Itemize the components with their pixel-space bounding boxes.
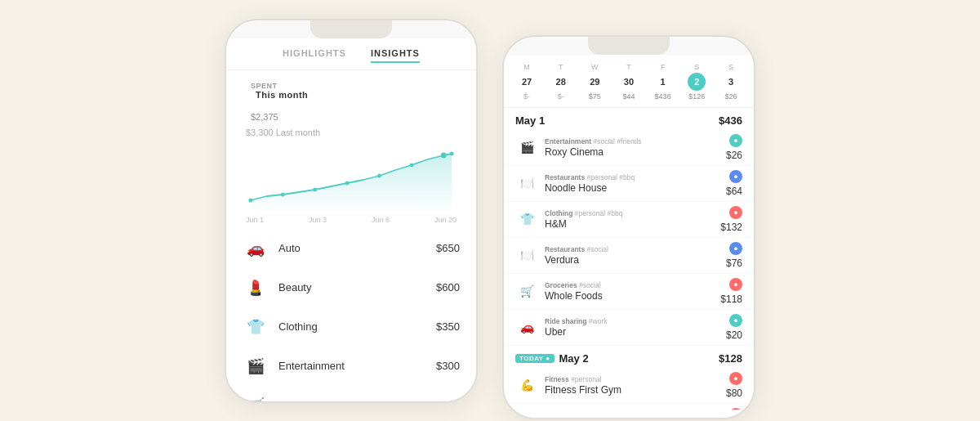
transaction-item[interactable]: 🍽️ Restaurants #personal #bbq Noodle Hou… (504, 166, 754, 202)
tab-insights[interactable]: INSIGHTS (371, 48, 420, 63)
category-name: Clothing (278, 320, 426, 333)
category-icon: 💄 (243, 275, 269, 301)
day-name: T (559, 63, 564, 71)
phone-1: HIGHLIGHTS INSIGHTS SPENTThis month $2,3… (225, 19, 478, 403)
tx-category: Restaurants (545, 173, 585, 181)
day-number: 27 (518, 73, 536, 91)
category-item[interactable]: 💄 Beauty $600 (226, 268, 476, 307)
transaction-icon: 🍽️ (515, 172, 538, 195)
calendar-day[interactable]: S 3 $26 (716, 63, 746, 101)
transaction-tags: Groceries #social (545, 281, 714, 289)
category-list: 🚗 Auto $650 💄 Beauty $600 👕 Clothing $35… (226, 222, 476, 401)
date-title: May 1 (515, 114, 545, 127)
notch-1 (310, 20, 392, 38)
day-number: 29 (586, 73, 604, 91)
day-amount: $436 (655, 92, 671, 101)
calendar-day[interactable]: M 27 $- (512, 63, 541, 101)
transaction-item[interactable]: 🎬 Entertainment #family Netflix ● $16 (504, 404, 754, 410)
category-item[interactable]: 👕 Clothing $350 (226, 307, 476, 347)
transaction-item[interactable]: 🛒 Groceries #social Whole Foods ● $118 (504, 274, 754, 310)
transaction-info: Fitness #personal Fitness First Gym (545, 375, 719, 396)
transaction-badge: ● (729, 314, 742, 327)
transaction-tags: Restaurants #social (545, 245, 719, 253)
tab-highlights[interactable]: HIGHLIGHTS (283, 48, 346, 63)
day-number: 3 (722, 73, 740, 91)
tx-hashtags: #social (579, 281, 600, 289)
chart-label-1: Jun 1 (246, 216, 264, 224)
transaction-amount-wrap: ● $16 (726, 408, 742, 410)
tx-category: Restaurants (545, 245, 585, 253)
transaction-icon: 🚗 (515, 316, 538, 338)
transaction-amount-wrap: ● $132 (720, 206, 742, 233)
category-amount: $250 (436, 399, 460, 401)
transaction-item[interactable]: 🍽️ Restaurants #social Verdura ● $76 (504, 238, 754, 274)
chart-labels: Jun 1 Jun 3 Jun 6 Jun 20 (243, 216, 460, 224)
day-name: T (626, 63, 631, 71)
transaction-scroll[interactable]: May 1 $436 🎬 Entertainment #social #frie… (504, 108, 754, 410)
day-amount: $75 (589, 92, 601, 101)
calendar-day[interactable]: T 28 $- (546, 63, 576, 101)
transaction-name: Fitness First Gym (545, 384, 719, 396)
category-name: Groceries (278, 399, 426, 401)
calendar-day[interactable]: W 29 $75 (580, 63, 609, 101)
transaction-item[interactable]: 🎬 Entertainment #social #friends Roxy Ci… (504, 130, 754, 166)
day-name: S (728, 63, 733, 71)
calendar-day[interactable]: T 30 $44 (614, 63, 644, 101)
category-item[interactable]: 🛒 Groceries $250 (226, 386, 476, 401)
day-number: 2 (688, 73, 706, 91)
day-amount: $26 (724, 92, 737, 101)
chart-label-4: Jun 20 (434, 216, 457, 224)
transaction-info: Groceries #social Whole Foods (545, 281, 714, 302)
transaction-amount: $26 (726, 150, 742, 161)
category-icon: 🚗 (243, 235, 269, 262)
day-amount: $126 (688, 92, 705, 101)
transaction-amount: $20 (726, 329, 742, 341)
calendar-day[interactable]: S 2 $126 (682, 63, 711, 101)
transaction-item[interactable]: 🚗 Ride sharing #work Uber ● $20 (504, 310, 754, 346)
transaction-info: Entertainment #social #friends Roxy Cine… (545, 137, 719, 158)
transaction-icon: 👕 (515, 208, 538, 231)
category-amount: $350 (436, 320, 460, 333)
chart-label-2: Jun 3 (309, 216, 327, 224)
tx-hashtags: #social (587, 245, 608, 253)
transaction-badge: ● (729, 278, 742, 291)
svg-point-4 (377, 173, 381, 177)
date-total: $436 (719, 114, 742, 127)
transaction-amount: $132 (720, 222, 742, 233)
tx-hashtags: #work (589, 317, 608, 325)
category-name: Entertainment (278, 360, 426, 372)
category-amount: $650 (436, 242, 460, 254)
date-title: TODAY ● May 2 (515, 352, 589, 365)
transaction-tags: Ride sharing #work (545, 317, 719, 325)
transaction-info: Restaurants #personal #bbq Noodle House (545, 173, 719, 194)
svg-point-3 (345, 181, 350, 185)
calendar-day[interactable]: F 1 $436 (648, 63, 678, 101)
day-amount: $- (523, 92, 530, 101)
transaction-icon: 🛒 (515, 280, 538, 302)
transaction-amount: $80 (726, 387, 742, 399)
svg-point-6 (441, 152, 447, 158)
svg-point-0 (248, 198, 252, 202)
spending-amount: SPENTThis month $2,375 (246, 82, 457, 126)
transaction-badge: ● (729, 170, 742, 183)
tx-hashtags: #personal (571, 375, 601, 383)
date-text: May 2 (559, 352, 589, 365)
transaction-item[interactable]: 💪 Fitness #personal Fitness First Gym ● … (504, 368, 754, 404)
phone-2: M 27 $- T 28 $- W 29 $75 T 30 $44 F 1 $4… (502, 35, 755, 419)
category-name: Auto (278, 242, 426, 254)
transaction-badge: ● (729, 206, 742, 219)
transaction-name: Roxy Cinema (545, 146, 719, 158)
transaction-name: Verdura (545, 254, 719, 266)
transaction-name: Uber (545, 326, 719, 338)
category-amount: $600 (436, 281, 460, 293)
category-item[interactable]: 🚗 Auto $650 (226, 229, 476, 268)
last-month: $3,300 Last month (246, 128, 457, 137)
transaction-amount-wrap: ● $80 (726, 372, 742, 399)
tabs-container: HIGHLIGHTS INSIGHTS (226, 38, 476, 70)
category-item[interactable]: 🎬 Entertainment $300 (226, 347, 476, 386)
chart-area: Jun 1 Jun 3 Jun 6 Jun 20 (226, 141, 476, 222)
category-icon: 👕 (243, 314, 269, 340)
date-total: $128 (719, 352, 742, 365)
transaction-amount-wrap: ● $76 (726, 242, 742, 269)
transaction-item[interactable]: 👕 Clothing #personal #bbq H&M ● $132 (504, 202, 754, 238)
